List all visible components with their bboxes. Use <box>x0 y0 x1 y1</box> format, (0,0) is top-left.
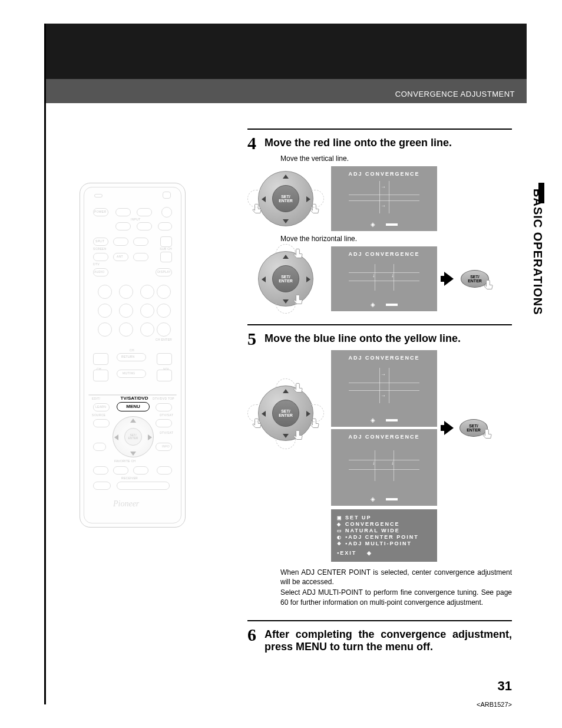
set-enter-button-icon: SET/ENTER <box>459 419 488 437</box>
header-band: CONVERGENCE ADJUSTMENT <box>46 24 527 103</box>
adj-screen-vertical: ADJ CONVERGENCE → → ◈ <box>331 166 437 231</box>
step-5-title: Move the blue line onto the yellow line. <box>265 332 461 348</box>
step-6: 6 After completing the convergence adjus… <box>247 620 512 654</box>
adj-screen-horizontal: ADJ CONVERGENCE ↓ ↓ ◈ <box>331 246 437 311</box>
remote-menu-button-label: MENU <box>117 404 150 409</box>
side-tab: BASIC OPERATIONS <box>531 189 544 315</box>
hand-pointer-icon <box>479 428 495 444</box>
page-number: 31 <box>498 678 512 694</box>
arrow-right-icon <box>444 272 454 286</box>
remote-section-tvsatdvd: TV/SAT/DVD <box>117 396 152 401</box>
document-code: <ARB1527> <box>477 701 512 708</box>
step-4-title: Move the red line onto the green line. <box>265 137 452 152</box>
step-5: 5 Move the blue line onto the yellow lin… <box>247 324 512 607</box>
dpad-figure-vertical: SET/ENTER <box>247 246 324 311</box>
page-left-rule <box>44 24 46 704</box>
step-4-sub-1: Move the vertical line. <box>280 154 512 163</box>
step-4: 4 Move the red line onto the green line.… <box>247 129 512 311</box>
step-5-body-2: Select ADJ MULTI-POINT to perform fine c… <box>280 588 512 607</box>
remote-dpad-center: SET/ENTER <box>124 428 142 446</box>
arrow-right-icon <box>444 421 454 435</box>
step-5-number: 5 <box>247 330 256 348</box>
step-4-number: 4 <box>247 134 256 152</box>
step-4-sub-2: Move the horizontal line. <box>280 235 512 243</box>
header-title: CONVERGENCE ADJUSTMENT <box>395 90 515 98</box>
adj-screen-blue-v: ADJ CONVERGENCE → → ◈ <box>331 350 437 427</box>
remote-control-diagram: POWER INPUT SPLIT SCREEN SUB CH ANT DTV … <box>80 183 186 528</box>
step-6-title: After completing the convergence adjustm… <box>265 628 512 654</box>
step-6-number: 6 <box>247 626 256 654</box>
dpad-center-label: SET/ENTER <box>272 185 299 212</box>
remote-brand: Pioneer <box>113 499 139 509</box>
menu-screen: ▣SET UP ◈CONVERGENCE ▭NATURAL WIDE ◐▪ADJ… <box>331 509 437 562</box>
hand-pointer-icon <box>480 279 497 295</box>
adj-screen-blue-h: ADJ CONVERGENCE ↓ ↓ ◈ <box>331 429 437 506</box>
content-area: 4 Move the red line onto the green line.… <box>247 129 512 667</box>
set-enter-button-icon: SET/ENTER <box>461 270 489 288</box>
dpad-figure-horizontal: SET/ENTER <box>247 166 324 231</box>
dpad-figure-all: SET/ENTER <box>247 350 324 498</box>
step-5-body-1: When ADJ CENTER POINT is selected, cente… <box>280 568 512 587</box>
